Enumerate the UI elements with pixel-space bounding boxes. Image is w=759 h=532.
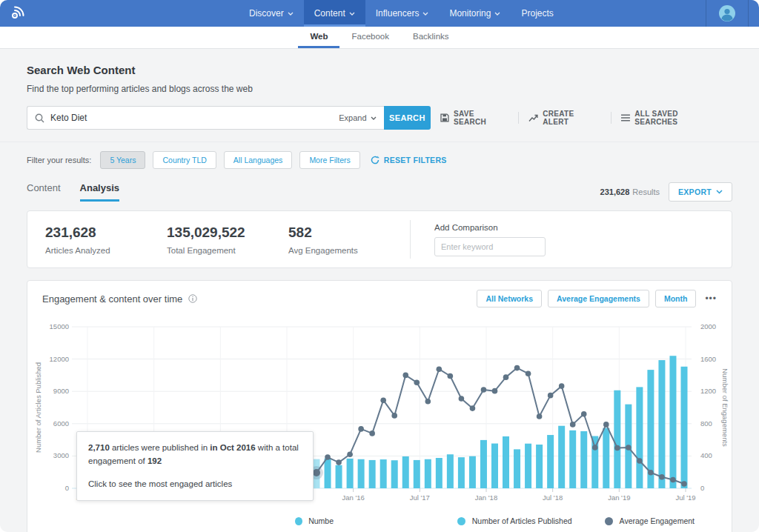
chart-bar[interactable] [480, 440, 487, 488]
chart-bar[interactable] [447, 454, 454, 488]
save-search-button[interactable]: SAVE SEARCH [431, 110, 518, 126]
comparison-keyword-input[interactable] [434, 237, 546, 256]
chart-point[interactable] [670, 477, 676, 483]
chart-point[interactable] [503, 374, 509, 380]
chart-point[interactable] [369, 430, 375, 436]
chart-bar[interactable] [514, 449, 520, 488]
chart-bar[interactable] [569, 430, 576, 488]
tab-content[interactable]: Content [27, 182, 61, 202]
chart-tooltip[interactable]: 2,710 articles were published in in Oct … [76, 431, 314, 501]
chart-bar[interactable] [658, 360, 665, 488]
chart-bar[interactable] [603, 428, 609, 488]
legend-dot-articles [295, 517, 302, 525]
search-button[interactable]: SEARCH [384, 106, 431, 130]
chart-bar[interactable] [525, 444, 531, 488]
tab-web[interactable]: Web [298, 27, 339, 48]
stat-label: Total Engagement [167, 246, 288, 255]
chart-bar[interactable] [425, 459, 431, 488]
chart-point[interactable] [626, 445, 632, 450]
chart-bar[interactable] [336, 465, 342, 488]
chart-point[interactable] [313, 469, 320, 476]
nav-item-content[interactable]: Content [304, 0, 365, 27]
chart-point[interactable] [414, 379, 420, 385]
chart-bar[interactable] [402, 456, 409, 488]
month-button[interactable]: Month [655, 290, 697, 307]
chart-bar[interactable] [436, 458, 443, 488]
chart-point[interactable] [459, 396, 465, 402]
filter-all-languages[interactable]: All Languages [224, 151, 293, 169]
chart-point[interactable] [481, 387, 487, 393]
chart-point[interactable] [402, 373, 408, 379]
chart-point[interactable] [537, 413, 543, 419]
chart-point[interactable] [637, 458, 643, 464]
tab-backlinks[interactable]: Backlinks [401, 27, 461, 48]
chart-bar[interactable] [536, 445, 543, 488]
chart-bar[interactable] [358, 459, 365, 488]
chart-bar[interactable] [669, 356, 676, 488]
all-networks-button[interactable]: All Networks [477, 290, 542, 307]
chart-point[interactable] [347, 451, 353, 457]
chart-bar[interactable] [681, 367, 688, 488]
chart-point[interactable] [336, 459, 342, 465]
chart-bar[interactable] [325, 459, 331, 488]
chart-bar[interactable] [469, 456, 476, 488]
chart-bar[interactable] [458, 457, 465, 488]
chart-point[interactable] [581, 411, 587, 417]
info-icon[interactable] [188, 294, 197, 303]
chart-point[interactable] [492, 388, 498, 394]
chart-bar[interactable] [369, 460, 376, 488]
expand-control[interactable]: Expand [339, 113, 376, 122]
chart-bar[interactable] [636, 387, 643, 488]
chart-point[interactable] [470, 405, 476, 411]
chart-bar[interactable] [558, 426, 565, 488]
chart-bar[interactable] [580, 431, 587, 488]
chart-bar[interactable] [391, 460, 398, 488]
chart-bar[interactable] [347, 459, 354, 488]
reset-filters-button[interactable]: RESET FILTERS [371, 156, 447, 164]
chart-point[interactable] [526, 370, 531, 376]
chart-point[interactable] [325, 454, 331, 460]
chart-bar[interactable] [491, 444, 498, 488]
filter-more-filters[interactable]: More Filters [299, 151, 359, 169]
legend-item[interactable]: Average Engagement [605, 516, 695, 525]
tab-analysis[interactable]: Analysis [80, 182, 119, 202]
filter-5-years[interactable]: 5 Years [100, 151, 145, 169]
nav-item-monitoring[interactable]: Monitoring [439, 0, 511, 27]
chart-point[interactable] [425, 399, 431, 405]
nav-item-influencers[interactable]: Influencers [365, 0, 440, 27]
chart-point[interactable] [648, 470, 654, 476]
chart-point[interactable] [592, 445, 598, 450]
search-input[interactable] [50, 113, 339, 123]
chart-point[interactable] [437, 366, 443, 372]
chart-point[interactable] [514, 365, 520, 371]
chart-point[interactable] [614, 445, 620, 451]
chart-point[interactable] [548, 393, 554, 399]
nav-item-discover[interactable]: Discover [239, 0, 304, 27]
chart-bar[interactable] [380, 459, 387, 488]
create-alert-button[interactable]: CREATE ALERT [519, 110, 611, 126]
chart-point[interactable] [603, 422, 609, 428]
export-button[interactable]: EXPORT [669, 182, 732, 202]
chart-point[interactable] [391, 413, 397, 419]
more-options-icon[interactable]: ••• [705, 293, 717, 304]
tab-facebook[interactable]: Facebook [339, 27, 401, 48]
chart-point[interactable] [659, 474, 665, 480]
nav-item-projects[interactable]: Projects [511, 0, 563, 27]
average-engagements-button[interactable]: Average Engagements [548, 290, 649, 307]
chart-point[interactable] [448, 373, 454, 379]
chart-bar[interactable] [547, 435, 554, 488]
chart-point[interactable] [681, 481, 687, 487]
chart-point[interactable] [559, 383, 565, 389]
app-logo[interactable] [0, 0, 34, 27]
chart-bar[interactable] [414, 460, 420, 488]
user-avatar[interactable] [706, 0, 749, 27]
chart-point[interactable] [570, 422, 576, 428]
reset-filters-label: RESET FILTERS [384, 156, 447, 164]
legend-item[interactable]: Number of Articles Published [457, 516, 572, 525]
chart-point[interactable] [358, 426, 364, 432]
filter-country-tld[interactable]: Country TLD [153, 151, 216, 169]
chart-bar[interactable] [614, 390, 620, 488]
chart-bar[interactable] [503, 436, 509, 488]
all-saved-searches-button[interactable]: ALL SAVED SEARCHES [611, 110, 732, 126]
chart-point[interactable] [380, 397, 386, 403]
